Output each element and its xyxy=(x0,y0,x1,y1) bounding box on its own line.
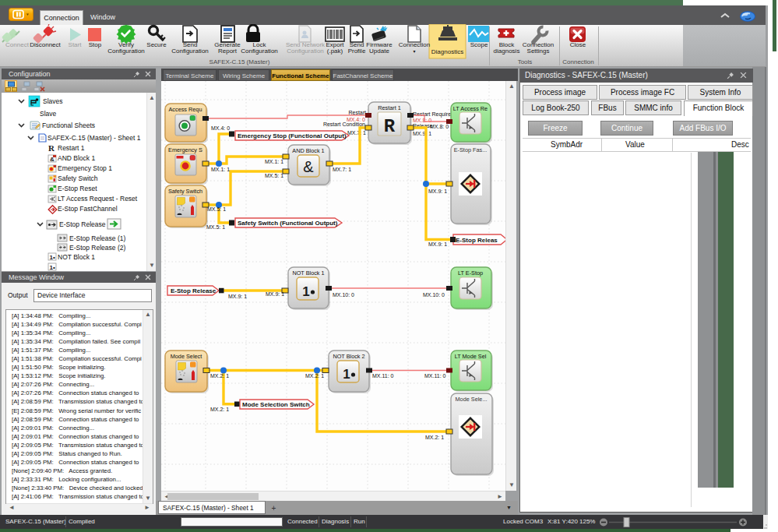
svg-text:Restart 1: Restart 1 xyxy=(378,104,401,111)
svg-text:MX.1: 1: MX.1: 1 xyxy=(211,167,230,172)
svg-text:1•: 1• xyxy=(50,254,55,261)
svg-text:Emergency Stop (Functional Out: Emergency Stop (Functional Output) xyxy=(238,132,347,139)
svg-text:MX.9: 1: MX.9: 1 xyxy=(266,291,284,297)
svg-text:MX.9: 1: MX.9: 1 xyxy=(228,294,247,299)
svg-text:E-Stop Releas: E-Stop Releas xyxy=(456,237,498,244)
svg-text:NOT Block 1: NOT Block 1 xyxy=(292,270,324,277)
svg-text:1: 1 xyxy=(302,284,309,299)
svg-text:MX.11: 0: MX.11: 0 xyxy=(372,373,394,379)
svg-text:LT E-Stop: LT E-Stop xyxy=(458,270,483,277)
svg-text:MX.10: 0: MX.10: 0 xyxy=(333,292,354,298)
svg-text:MX.1: 1: MX.1: 1 xyxy=(265,159,283,164)
svg-text:MX.5: 1: MX.5: 1 xyxy=(207,206,226,212)
svg-text:MX.7: 1: MX.7: 1 xyxy=(333,167,351,172)
svg-text:MX.7: 1: MX.7: 1 xyxy=(347,130,366,136)
svg-text:Safety Switch (Functional Outp: Safety Switch (Functional Output) xyxy=(238,220,338,227)
svg-text:MX.9: 1: MX.9: 1 xyxy=(428,241,447,247)
svg-text:MX.8: 0: MX.8: 0 xyxy=(413,118,431,123)
svg-text:Emergency S: Emergency S xyxy=(168,146,202,153)
svg-text:MX.5: 1: MX.5: 1 xyxy=(265,173,283,178)
svg-text:Restart: Restart xyxy=(348,110,366,115)
svg-text:Mode Sele...: Mode Sele... xyxy=(456,396,488,403)
svg-text:1: 1 xyxy=(343,367,350,382)
svg-text:MX.11: 0: MX.11: 0 xyxy=(424,373,446,379)
svg-text:LT Mode Sel: LT Mode Sel xyxy=(455,353,487,360)
svg-text:MX.2: 1: MX.2: 1 xyxy=(425,435,444,440)
svg-text:Mode Select: Mode Select xyxy=(171,353,202,360)
svg-text:MX.2: 1: MX.2: 1 xyxy=(210,407,229,412)
svg-text:R: R xyxy=(384,116,396,137)
svg-text:MX.5: 1: MX.5: 1 xyxy=(206,224,225,230)
svg-text:1•: 1• xyxy=(50,264,55,271)
svg-text:Restart Required: Restart Required xyxy=(413,111,454,118)
svg-text:Mode Selection Switch: Mode Selection Switch xyxy=(242,401,310,408)
svg-text:E-Stop Fas...: E-Stop Fas... xyxy=(454,146,488,153)
svg-text:E-Stop Release: E-Stop Release xyxy=(171,287,217,294)
svg-text:MX.2: 1: MX.2: 1 xyxy=(210,373,229,379)
svg-text:MX.2: 1: MX.2: 1 xyxy=(305,373,324,379)
svg-text:Safety Switch: Safety Switch xyxy=(168,188,202,195)
svg-text:MX.4: 0: MX.4: 0 xyxy=(211,125,230,131)
svg-text:Restart Condition: Restart Condition xyxy=(323,122,365,127)
svg-text:MX.9: 1: MX.9: 1 xyxy=(413,131,431,136)
svg-text:&: & xyxy=(303,158,314,175)
svg-text:R: R xyxy=(48,143,55,153)
svg-text:Access Requ: Access Requ xyxy=(169,106,202,113)
svg-text:NOT Block 2: NOT Block 2 xyxy=(333,353,364,360)
svg-text:AND Block 1: AND Block 1 xyxy=(292,147,324,154)
svg-text:MX.8: 0: MX.8: 0 xyxy=(430,124,449,129)
svg-text:MX.9: 1: MX.9: 1 xyxy=(428,188,447,194)
svg-text:LT Access Re: LT Access Re xyxy=(453,105,488,112)
svg-text:MX.10: 0: MX.10: 0 xyxy=(423,292,445,298)
